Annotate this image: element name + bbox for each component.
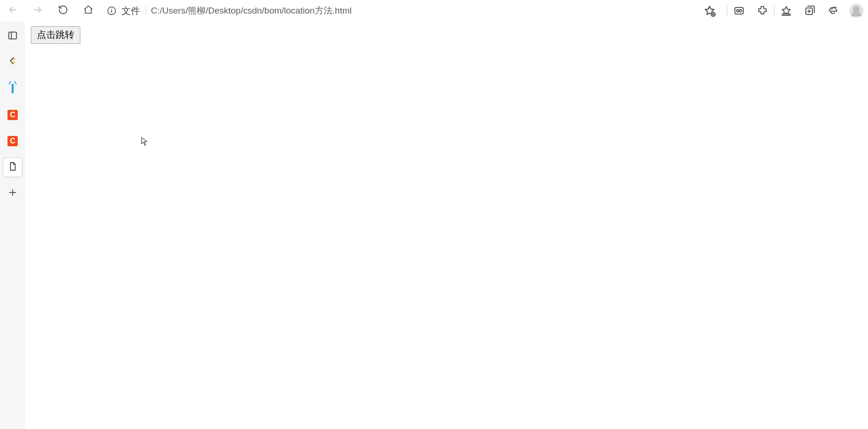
bilibili-icon <box>12 85 14 93</box>
favorites-icon[interactable] <box>775 0 798 21</box>
sidebar-tab-current-document[interactable] <box>3 158 22 177</box>
profile-avatar[interactable] <box>849 4 863 18</box>
address-url: C:/Users/熊柳/Desktop/csdn/bom/location方法.… <box>151 5 352 17</box>
document-icon <box>7 161 18 173</box>
panel-icon <box>7 30 18 43</box>
star-add-icon[interactable] <box>704 5 716 17</box>
new-tab-button[interactable] <box>3 184 22 203</box>
csdn-icon: C <box>7 136 18 146</box>
back-button[interactable] <box>0 0 25 21</box>
document-body: 点击跳转 <box>25 21 868 49</box>
vertical-tabs-sidebar: C C <box>0 21 26 429</box>
home-button[interactable] <box>76 0 101 21</box>
address-bar-wrap: 文件 C:/Users/熊柳/Desktop/csdn/bom/location… <box>101 0 727 21</box>
svg-point-10 <box>737 10 739 12</box>
extensions-icon[interactable] <box>751 0 774 21</box>
site-info-icon[interactable] <box>107 6 117 16</box>
leetcode-icon <box>7 57 18 69</box>
plus-icon <box>7 187 18 200</box>
csdn-icon: C <box>7 110 18 120</box>
refresh-button[interactable] <box>50 0 76 21</box>
page-content-area: 点击跳转 <box>25 21 868 429</box>
svg-point-11 <box>740 10 742 12</box>
svg-marker-12 <box>782 7 790 14</box>
sidebar-tab-bilibili[interactable] <box>3 79 22 98</box>
address-type: 文件 <box>121 6 146 15</box>
svg-point-20 <box>14 58 15 60</box>
reader-icon[interactable] <box>727 0 751 21</box>
forward-button[interactable] <box>25 0 50 21</box>
refresh-icon <box>58 5 68 17</box>
collections-icon[interactable] <box>798 0 821 21</box>
sidebar-tab-csdn-2[interactable]: C <box>3 132 22 150</box>
home-icon <box>83 5 93 17</box>
browser-toolbar: 文件 C:/Users/熊柳/Desktop/csdn/bom/location… <box>0 0 868 22</box>
toolbar-actions <box>727 0 868 21</box>
ie-mode-icon[interactable] <box>821 0 845 21</box>
arrow-left-icon <box>7 5 18 17</box>
sidebar-tab-leetcode[interactable] <box>3 53 22 72</box>
svg-rect-18 <box>9 32 17 39</box>
arrow-right-icon <box>33 5 43 17</box>
jump-button[interactable]: 点击跳转 <box>31 26 80 44</box>
address-bar[interactable]: 文件 C:/Users/熊柳/Desktop/csdn/bom/location… <box>101 2 723 19</box>
sidebar-tab-csdn-1[interactable]: C <box>3 106 22 124</box>
sidebar-panel-toggle[interactable] <box>3 27 22 46</box>
